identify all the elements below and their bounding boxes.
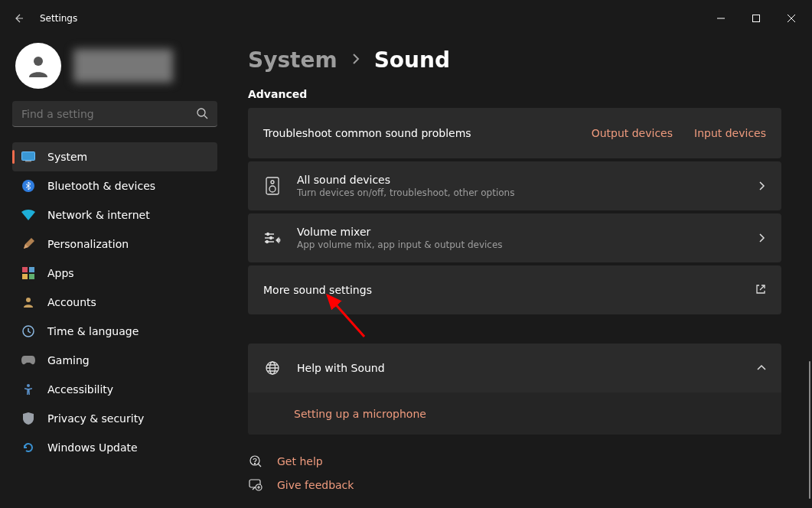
feedback-icon: [248, 479, 263, 491]
privacy-icon: [21, 412, 35, 425]
get-help-row[interactable]: Get help: [248, 454, 781, 468]
breadcrumb-current: Sound: [374, 47, 450, 73]
nav-gaming[interactable]: Gaming: [12, 346, 217, 375]
svg-point-1: [34, 57, 43, 66]
give-feedback-row[interactable]: Give feedback: [248, 479, 781, 491]
back-button[interactable]: [3, 3, 34, 34]
help-expanded: Setting up a microphone: [248, 392, 781, 435]
nav-privacy[interactable]: Privacy & security: [12, 404, 217, 433]
chevron-right-icon: [757, 231, 766, 246]
nav-label: Windows Update: [47, 441, 138, 454]
give-feedback-link[interactable]: Give feedback: [277, 479, 354, 491]
minimize-button[interactable]: [703, 6, 739, 31]
help-icon: [248, 454, 263, 468]
open-external-icon: [755, 283, 766, 298]
svg-point-2: [197, 109, 205, 116]
row-subtitle: Turn devices on/off, troubleshoot, other…: [297, 187, 748, 198]
arrow-left-icon: [12, 12, 24, 24]
nav-accounts[interactable]: Accounts: [12, 288, 217, 317]
apps-icon: [21, 266, 35, 280]
scrollbar-thumb[interactable]: [809, 361, 810, 499]
row-title: All sound devices: [297, 174, 748, 186]
maximize-icon: [752, 15, 760, 22]
nav-label: Gaming: [47, 354, 90, 366]
get-help-link[interactable]: Get help: [277, 455, 323, 467]
svg-point-16: [267, 233, 269, 236]
svg-rect-0: [753, 15, 760, 22]
troubleshoot-title: Troubleshoot common sound problems: [263, 127, 592, 139]
accessibility-icon: [21, 383, 35, 396]
footer-links: Get help Give feedback: [248, 454, 781, 491]
nav-label: Time & language: [47, 325, 139, 337]
nav-time[interactable]: Time & language: [12, 317, 217, 346]
search-input[interactable]: [12, 101, 217, 127]
chevron-right-icon: [350, 53, 362, 68]
help-link-microphone[interactable]: Setting up a microphone: [294, 408, 426, 420]
nav-personalization[interactable]: Personalization: [12, 230, 217, 259]
svg-point-17: [270, 237, 272, 239]
window-title: Settings: [40, 13, 77, 24]
nav-label: Network & internet: [47, 209, 150, 221]
close-button[interactable]: [774, 6, 809, 31]
more-sound-settings-row[interactable]: More sound settings: [248, 265, 781, 314]
help-title: Help with Sound: [297, 362, 748, 374]
user-profile[interactable]: [15, 43, 217, 89]
svg-point-12: [27, 384, 30, 387]
bluetooth-icon: [21, 179, 35, 193]
nav-label: Privacy & security: [47, 412, 144, 425]
mixer-icon: [263, 231, 282, 245]
network-icon: [21, 208, 35, 222]
nav-bluetooth[interactable]: Bluetooth & devices: [12, 171, 217, 200]
svg-point-10: [26, 298, 31, 302]
nav-label: Accessibility: [47, 383, 113, 396]
nav-accessibility[interactable]: Accessibility: [12, 375, 217, 404]
nav-label: System: [47, 151, 87, 163]
svg-point-18: [266, 241, 269, 243]
svg-rect-6: [22, 267, 28, 272]
troubleshoot-card: Troubleshoot common sound problems Outpu…: [248, 108, 781, 158]
minimize-icon: [717, 15, 725, 22]
svg-point-15: [269, 186, 276, 192]
search-box[interactable]: [12, 101, 217, 127]
nav-system[interactable]: System: [12, 142, 217, 171]
input-devices-link[interactable]: Input devices: [694, 127, 766, 139]
speaker-icon: [263, 177, 282, 195]
breadcrumb-parent[interactable]: System: [248, 47, 338, 73]
nav-update[interactable]: Windows Update: [12, 433, 217, 462]
avatar: [15, 43, 61, 89]
chevron-right-icon: [757, 179, 766, 194]
output-devices-link[interactable]: Output devices: [592, 127, 673, 139]
sidebar: System Bluetooth & devices Network & int…: [0, 37, 230, 508]
time-icon: [21, 324, 35, 338]
all-sound-devices-row[interactable]: All sound devices Turn devices on/off, t…: [248, 161, 781, 210]
row-title: More sound settings: [263, 284, 746, 296]
window-controls: [703, 6, 809, 31]
svg-rect-7: [29, 267, 34, 272]
user-name-redacted: [73, 49, 173, 83]
breadcrumb: System Sound: [248, 47, 781, 73]
globe-icon: [263, 360, 282, 376]
gaming-icon: [21, 353, 35, 367]
svg-rect-9: [29, 274, 34, 279]
nav-label: Personalization: [47, 238, 129, 250]
nav-label: Apps: [47, 267, 74, 279]
person-icon: [24, 52, 52, 80]
nav-apps[interactable]: Apps: [12, 259, 217, 288]
svg-rect-3: [22, 152, 35, 161]
help-card: Help with Sound Setting up a microphone: [248, 344, 781, 435]
svg-point-22: [254, 463, 255, 464]
system-icon: [21, 150, 35, 164]
help-header-row[interactable]: Help with Sound: [248, 344, 781, 392]
row-title: Volume mixer: [297, 226, 748, 238]
chevron-up-icon: [757, 361, 766, 376]
nav-network[interactable]: Network & internet: [12, 200, 217, 230]
nav-label: Accounts: [47, 296, 96, 308]
close-icon: [788, 15, 795, 22]
content-area: System Sound Advanced Troubleshoot commo…: [230, 37, 812, 508]
row-subtitle: App volume mix, app input & output devic…: [297, 239, 748, 250]
svg-rect-8: [22, 274, 28, 279]
maximize-button[interactable]: [739, 6, 774, 31]
personalization-icon: [21, 237, 35, 251]
nav-list: System Bluetooth & devices Network & int…: [12, 142, 217, 462]
volume-mixer-row[interactable]: Volume mixer App volume mix, app input &…: [248, 213, 781, 262]
